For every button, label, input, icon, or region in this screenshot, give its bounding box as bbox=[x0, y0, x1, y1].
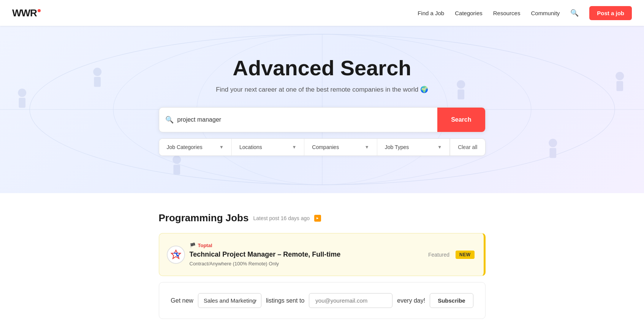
section-title: Programming Jobs bbox=[159, 212, 249, 224]
chevron-down-icon: ▼ bbox=[365, 144, 369, 150]
filter-locations[interactable]: Locations ▼ bbox=[232, 139, 304, 155]
section-header: Programming Jobs Latest post 16 days ago… bbox=[159, 212, 486, 224]
svg-rect-12 bbox=[457, 89, 464, 99]
filter-bar: Job Categories ▼ Locations ▼ Companies ▼… bbox=[159, 138, 486, 156]
svg-point-15 bbox=[616, 72, 624, 80]
svg-point-5 bbox=[18, 89, 26, 97]
svg-rect-16 bbox=[616, 81, 623, 91]
subscribe-category-select[interactable]: Sales and Marketing bbox=[198, 293, 261, 308]
section-meta: Latest post 16 days ago bbox=[253, 215, 310, 221]
search-icon[interactable]: 🔍 bbox=[570, 9, 579, 17]
chevron-down-icon: ▼ bbox=[219, 144, 224, 150]
svg-rect-6 bbox=[19, 98, 25, 108]
main-content: Programming Jobs Latest post 16 days ago… bbox=[151, 193, 493, 330]
company-name: Toptal bbox=[198, 243, 212, 248]
search-button[interactable]: Search bbox=[437, 108, 485, 132]
rss-icon[interactable]: ▸ bbox=[314, 215, 321, 222]
search-magnifier-icon: 🔍 bbox=[165, 116, 174, 124]
hero-section: Advanced Search Find your next career at… bbox=[0, 26, 644, 193]
nav-find-a-job[interactable]: Find a Job bbox=[418, 10, 444, 16]
chevron-down-icon: ▼ bbox=[437, 144, 442, 150]
svg-point-7 bbox=[93, 68, 101, 76]
job-info: 🏴 Toptal Technical Project Manager – Rem… bbox=[190, 243, 428, 267]
job-title[interactable]: Technical Project Manager – Remote, Full… bbox=[190, 251, 428, 259]
filter-job-categories[interactable]: Job Categories ▼ bbox=[159, 139, 232, 155]
new-badge: NEW bbox=[456, 251, 475, 259]
company-logo bbox=[167, 246, 185, 264]
subscribe-middle: listings sent to bbox=[266, 297, 304, 304]
subscribe-button[interactable]: Subscribe bbox=[430, 293, 473, 308]
job-right: Featured NEW bbox=[428, 251, 475, 259]
nav-community[interactable]: Community bbox=[531, 10, 560, 16]
filter-job-types-label: Job Types bbox=[385, 144, 409, 150]
nav-resources[interactable]: Resources bbox=[493, 10, 521, 16]
chevron-down-icon: ▼ bbox=[292, 144, 296, 150]
subscribe-suffix: every day! bbox=[397, 297, 425, 304]
filter-job-categories-label: Job Categories bbox=[167, 144, 203, 150]
svg-rect-8 bbox=[94, 77, 101, 87]
svg-point-13 bbox=[549, 139, 557, 147]
svg-rect-14 bbox=[549, 148, 556, 158]
nav-categories[interactable]: Categories bbox=[455, 10, 483, 16]
search-box: 🔍 Search bbox=[159, 107, 486, 132]
featured-label: Featured bbox=[428, 252, 449, 258]
toptal-logo-svg bbox=[170, 249, 182, 261]
filter-companies-label: Companies bbox=[312, 144, 339, 150]
job-meta: Contract/Anywhere (100% Remote) Only bbox=[190, 261, 428, 267]
logo-dot bbox=[38, 9, 41, 12]
subscribe-bar: Get new Sales and Marketing ▼ listings s… bbox=[159, 282, 486, 319]
svg-point-11 bbox=[457, 80, 465, 89]
post-job-button[interactable]: Post a job bbox=[589, 6, 632, 20]
navbar: WWR Find a Job Categories Resources Comm… bbox=[0, 0, 644, 26]
subscribe-prefix: Get new bbox=[171, 297, 193, 304]
filter-job-types[interactable]: Job Types ▼ bbox=[377, 139, 450, 155]
hero-subtitle: Find your next career at one of the best… bbox=[216, 86, 428, 94]
subscribe-category-wrap: Sales and Marketing ▼ bbox=[198, 293, 261, 308]
logo[interactable]: WWR bbox=[12, 7, 41, 19]
nav-links: Find a Job Categories Resources Communit… bbox=[418, 6, 632, 20]
subscribe-email-input[interactable] bbox=[309, 293, 392, 308]
clear-all-button[interactable]: Clear all bbox=[450, 139, 485, 155]
search-input[interactable] bbox=[177, 109, 438, 131]
company-flag-icon: 🏴 bbox=[190, 243, 196, 248]
job-card[interactable]: 🏴 Toptal Technical Project Manager – Rem… bbox=[159, 233, 486, 276]
filter-companies[interactable]: Companies ▼ bbox=[304, 139, 377, 155]
hero-title: Advanced Search bbox=[233, 56, 411, 80]
svg-point-9 bbox=[172, 155, 181, 164]
search-container: 🔍 Search Job Categories ▼ Locations ▼ Co… bbox=[159, 107, 486, 156]
svg-rect-10 bbox=[173, 165, 180, 175]
job-company: 🏴 Toptal bbox=[190, 243, 428, 248]
filter-locations-label: Locations bbox=[239, 144, 262, 150]
